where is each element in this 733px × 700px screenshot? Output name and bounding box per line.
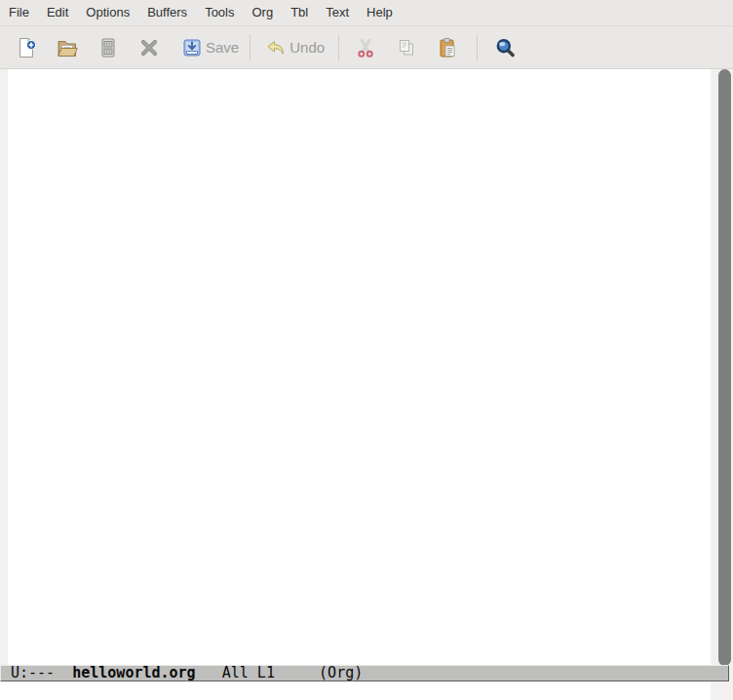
clipboard-icon bbox=[436, 36, 459, 59]
save-icon bbox=[180, 36, 204, 59]
buffer-window[interactable] bbox=[0, 69, 733, 665]
file-cabinet-icon bbox=[96, 36, 120, 59]
toolbar-separator bbox=[338, 34, 339, 61]
echo-area: (New file) bbox=[0, 681, 711, 700]
menu-text[interactable]: Text bbox=[317, 0, 358, 25]
copy-button[interactable] bbox=[386, 30, 427, 65]
save-buffer-button[interactable]: Save bbox=[170, 30, 247, 65]
close-buffer-button[interactable] bbox=[129, 30, 170, 65]
document-new-icon bbox=[15, 36, 38, 59]
menu-tbl[interactable]: Tbl bbox=[282, 0, 317, 25]
toolbar-separator bbox=[477, 34, 478, 61]
folder-open-icon bbox=[56, 36, 79, 59]
buffer-text[interactable] bbox=[8, 69, 711, 665]
modeline-coding-flags: U:--- bbox=[11, 666, 72, 681]
undo-arrow-icon bbox=[264, 36, 288, 59]
menu-edit[interactable]: Edit bbox=[38, 0, 77, 25]
undo-button-label: Undo bbox=[289, 39, 325, 56]
left-fringe bbox=[0, 69, 8, 665]
paste-button[interactable] bbox=[427, 30, 468, 65]
mode-line[interactable]: U:--- helloworld.org All L1 (Org) bbox=[0, 665, 729, 681]
tool-bar: Save Undo bbox=[0, 26, 733, 69]
cut-button[interactable] bbox=[345, 30, 386, 65]
dired-button[interactable] bbox=[88, 30, 129, 65]
scrollbar-thumb[interactable] bbox=[718, 69, 731, 666]
menu-tools[interactable]: Tools bbox=[196, 0, 243, 25]
new-file-button[interactable] bbox=[6, 30, 47, 65]
undo-button[interactable]: Undo bbox=[251, 30, 330, 65]
menu-options[interactable]: Options bbox=[77, 0, 138, 25]
search-button[interactable] bbox=[484, 30, 525, 65]
magnifier-icon bbox=[493, 36, 517, 59]
menu-file[interactable]: File bbox=[0, 0, 38, 25]
copy-pages-icon bbox=[395, 36, 418, 59]
open-file-button[interactable] bbox=[47, 30, 88, 65]
emacs-frame: File Edit Options Buffers Tools Org Tbl … bbox=[0, 0, 733, 700]
close-x-icon bbox=[137, 36, 161, 59]
scrollbar-track[interactable] bbox=[711, 69, 733, 700]
scissors-icon bbox=[354, 36, 377, 59]
save-button-label: Save bbox=[206, 39, 239, 56]
menu-bar: File Edit Options Buffers Tools Org Tbl … bbox=[0, 0, 733, 26]
modeline-position-and-mode: All L1 (Org) bbox=[196, 666, 364, 681]
menu-buffers[interactable]: Buffers bbox=[138, 0, 196, 25]
menu-org[interactable]: Org bbox=[243, 0, 282, 25]
menu-help[interactable]: Help bbox=[358, 0, 402, 25]
modeline-buffer-name: helloworld.org bbox=[72, 666, 195, 681]
